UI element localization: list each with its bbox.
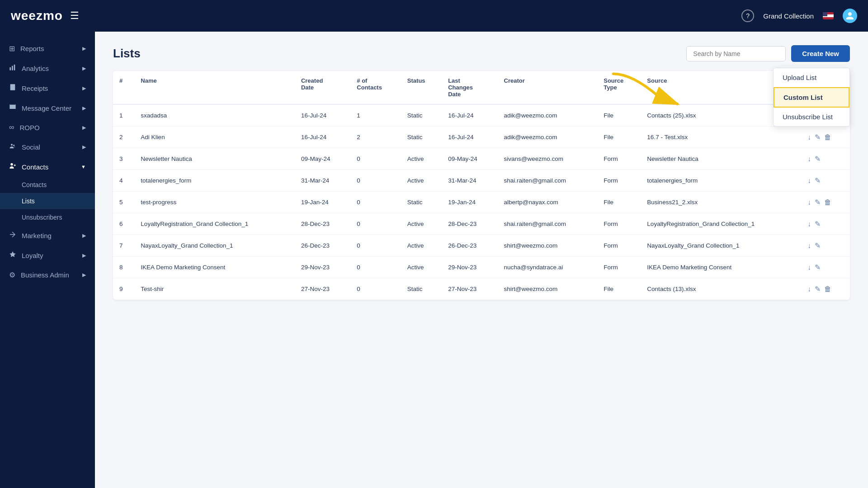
cell-creator: shai.raiten@gmail.com	[498, 170, 598, 192]
edit-icon[interactable]: ✎	[815, 133, 821, 141]
cell-status: Static	[401, 127, 442, 148]
search-input[interactable]	[686, 46, 786, 61]
sidebar-item-label: Reports	[20, 45, 44, 52]
download-icon[interactable]: ↓	[807, 198, 811, 206]
sidebar-item-label: Loyalty	[22, 252, 43, 259]
help-icon[interactable]: ?	[741, 9, 754, 22]
analytics-arrow: ▶	[82, 66, 86, 71]
cell-num: 1	[113, 104, 134, 127]
col-creator: Creator	[498, 71, 598, 104]
user-avatar[interactable]	[843, 9, 857, 23]
cell-status: Static	[401, 192, 442, 213]
cell-actions: ↓✎🗑	[801, 127, 850, 148]
table-row: 8 IKEA Demo Marketing Consent 29-Nov-23 …	[113, 257, 850, 278]
cell-created: 09-May-24	[295, 148, 350, 170]
cell-creator: shai.raiten@gmail.com	[498, 213, 598, 235]
dropdown-item-custom-list[interactable]: Custom List	[774, 87, 849, 108]
cell-contacts: 0	[350, 170, 401, 192]
cell-status: Static	[401, 278, 442, 300]
sidebar-item-label: Analytics	[22, 65, 49, 72]
edit-icon[interactable]: ✎	[815, 241, 821, 250]
cell-source: Business21_2.xlsx	[641, 192, 801, 213]
header-actions: Create New Upload List Custom List Unsub…	[686, 45, 850, 62]
svg-marker-12	[9, 251, 15, 257]
col-last-change: LastChangesDate	[442, 71, 497, 104]
sidebar-item-business-admin[interactable]: ⚙ Business Admin ▶	[0, 265, 95, 285]
cell-last-change: 09-May-24	[442, 148, 497, 170]
edit-icon[interactable]: ✎	[815, 198, 821, 206]
loyalty-arrow: ▶	[82, 253, 86, 258]
cell-contacts: 0	[350, 148, 401, 170]
cell-created: 16-Jul-24	[295, 104, 350, 127]
download-icon[interactable]: ↓	[807, 155, 811, 163]
sidebar: ⊞ Reports ▶ Analytics ▶ Receipts ▶ Messa…	[0, 32, 95, 488]
hamburger-icon[interactable]: ☰	[70, 10, 79, 22]
cell-status: Active	[401, 170, 442, 192]
sidebar-item-analytics[interactable]: Analytics ▶	[0, 58, 95, 78]
cell-last-change: 26-Dec-23	[442, 235, 497, 257]
cell-source-type: Form	[597, 148, 641, 170]
delete-icon[interactable]: 🗑	[824, 133, 831, 141]
sidebar-item-loyalty[interactable]: Loyalty ▶	[0, 245, 95, 265]
cell-last-change: 19-Jan-24	[442, 192, 497, 213]
download-icon[interactable]: ↓	[807, 133, 811, 141]
sidebar-item-marketing[interactable]: Marketing ▶	[0, 225, 95, 245]
cell-last-change: 29-Nov-23	[442, 257, 497, 278]
cell-created: 16-Jul-24	[295, 127, 350, 148]
download-icon[interactable]: ↓	[807, 242, 811, 250]
sidebar-item-reports[interactable]: ⊞ Reports ▶	[0, 39, 95, 58]
create-new-button[interactable]: Create New	[791, 45, 850, 62]
cell-created: 29-Nov-23	[295, 257, 350, 278]
cell-source-type: File	[597, 192, 641, 213]
sidebar-subitem-unsubscribers[interactable]: Unsubscribers	[0, 209, 95, 225]
dropdown-item-unsubscribe-list[interactable]: Unsubscribe List	[774, 108, 849, 126]
table-row: 7 NayaxLoyalty_Grand Collection_1 26-Dec…	[113, 235, 850, 257]
sidebar-item-label: Social	[22, 143, 40, 151]
svg-rect-1	[12, 66, 13, 70]
download-icon[interactable]: ↓	[807, 220, 811, 228]
cell-created: 19-Jan-24	[295, 192, 350, 213]
cell-source: NayaxLoyalty_Grand Collection_1	[641, 235, 801, 257]
col-contacts: # ofContacts	[350, 71, 401, 104]
edit-icon[interactable]: ✎	[815, 155, 821, 163]
edit-icon[interactable]: ✎	[815, 263, 821, 272]
table-row: 2 Adi Klien 16-Jul-24 2 Static 16-Jul-24…	[113, 127, 850, 148]
svg-rect-4	[11, 86, 14, 86]
cell-num: 5	[113, 192, 134, 213]
cell-source: totalenergies_form	[641, 170, 801, 192]
org-name[interactable]: Grand Collection	[763, 12, 814, 20]
cell-source-type: Form	[597, 235, 641, 257]
cell-contacts: 2	[350, 127, 401, 148]
sidebar-subitem-lists[interactable]: Lists	[0, 193, 95, 209]
download-icon[interactable]: ↓	[807, 177, 811, 185]
table-row: 3 Newsletter Nautica 09-May-24 0 Active …	[113, 148, 850, 170]
sidebar-item-contacts[interactable]: Contacts ▼	[0, 157, 95, 177]
social-icon	[9, 142, 16, 151]
download-icon[interactable]: ↓	[807, 263, 811, 272]
cell-last-change: 16-Jul-24	[442, 104, 497, 127]
cell-status: Active	[401, 148, 442, 170]
cell-source: Contacts (13).xlsx	[641, 278, 801, 300]
cell-last-change: 28-Dec-23	[442, 213, 497, 235]
loyalty-icon	[9, 251, 16, 260]
cell-status: Active	[401, 235, 442, 257]
cell-num: 6	[113, 213, 134, 235]
sidebar-subitem-contacts[interactable]: Contacts	[0, 177, 95, 193]
delete-icon[interactable]: 🗑	[824, 285, 831, 293]
sidebar-item-label: Receipts	[22, 84, 48, 92]
sidebar-item-receipts[interactable]: Receipts ▶	[0, 78, 95, 98]
delete-icon[interactable]: 🗑	[824, 198, 831, 206]
sidebar-item-social[interactable]: Social ▶	[0, 137, 95, 157]
edit-icon[interactable]: ✎	[815, 220, 821, 228]
sidebar-item-message-center[interactable]: Message Center ▶	[0, 98, 95, 118]
cell-status: Active	[401, 257, 442, 278]
cell-num: 9	[113, 278, 134, 300]
edit-icon[interactable]: ✎	[815, 176, 821, 185]
svg-point-7	[11, 144, 13, 145]
download-icon[interactable]: ↓	[807, 285, 811, 293]
sidebar-item-ropo[interactable]: ∞ ROPO ▶	[0, 118, 95, 137]
cell-name: totalenergies_form	[134, 170, 295, 192]
cell-last-change: 16-Jul-24	[442, 127, 497, 148]
dropdown-item-upload-list[interactable]: Upload List	[774, 68, 849, 87]
edit-icon[interactable]: ✎	[815, 285, 821, 293]
